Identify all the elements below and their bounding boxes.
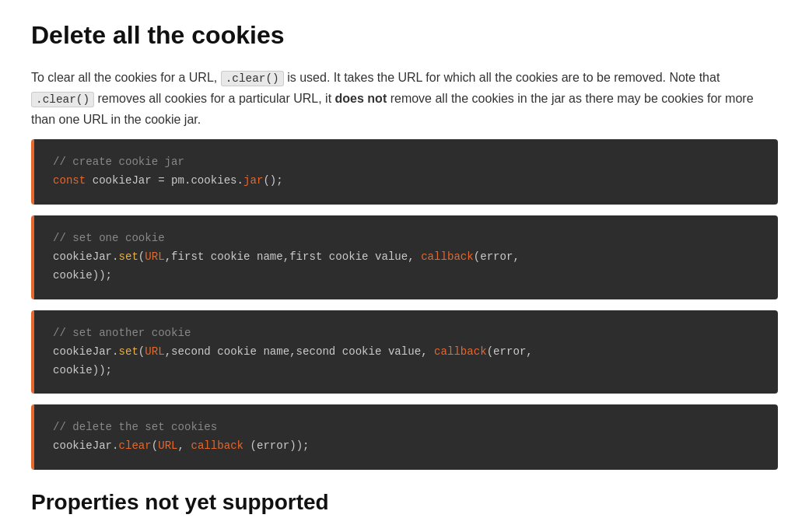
code-line: // create cookie jar — [53, 153, 759, 172]
code-block-1: // create cookie jar const cookieJar = p… — [31, 139, 778, 205]
intro-text-3: removes all cookies for a particular URL… — [94, 92, 334, 105]
code-line: cookie)); — [53, 362, 759, 380]
intro-paragraph: To clear all the cookies for a URL, .cle… — [31, 68, 778, 130]
intro-text-2: is used. It takes the URL for which all … — [284, 71, 720, 84]
inline-code-1: .clear() — [221, 71, 284, 86]
code-block-3: // set another cookie cookieJar.set(URL,… — [31, 310, 778, 394]
code-line: cookieJar.clear(URL, callback (error)); — [53, 437, 759, 456]
code-line: // delete the set cookies — [53, 418, 759, 437]
code-line: cookieJar.set(URL,second cookie name,sec… — [53, 343, 759, 362]
code-block-4: // delete the set cookies cookieJar.clea… — [31, 404, 778, 470]
page-title: Delete all the cookies — [31, 16, 778, 55]
code-line: // set another cookie — [53, 324, 759, 343]
intro-text-1: To clear all the cookies for a URL, — [31, 71, 221, 84]
code-line: // set one cookie — [53, 229, 759, 248]
code-block-2: // set one cookie cookieJar.set(URL,firs… — [31, 215, 778, 299]
page-container: Delete all the cookies To clear all the … — [0, 0, 809, 532]
code-line: const cookieJar = pm.cookies.jar(); — [53, 172, 759, 191]
inline-code-2: .clear() — [31, 92, 94, 107]
code-line: cookie)); — [53, 267, 759, 285]
code-line: cookieJar.set(URL,first cookie name,firs… — [53, 248, 759, 267]
bold-does-not: does not — [335, 92, 387, 105]
section2-title: Properties not yet supported — [31, 485, 778, 520]
